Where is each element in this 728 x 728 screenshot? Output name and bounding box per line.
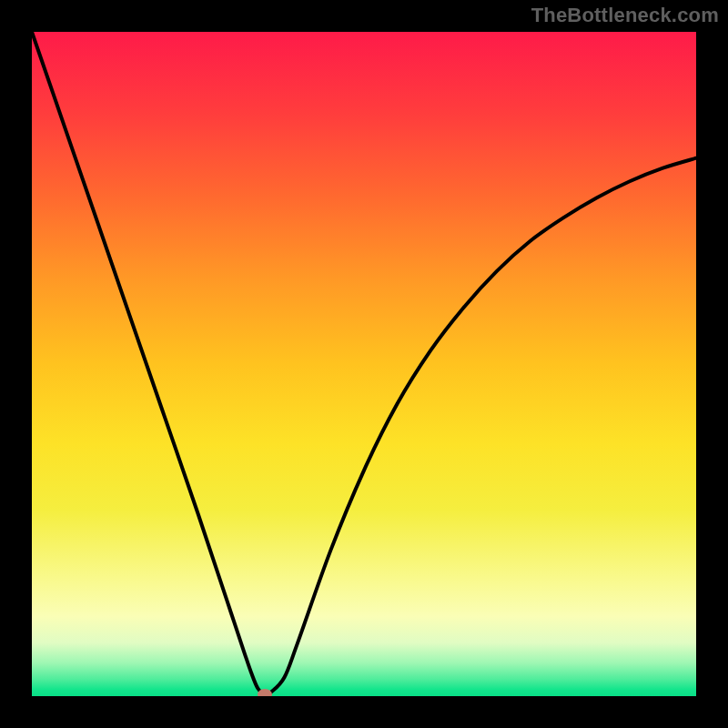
plot-area [32, 32, 696, 696]
chart-frame: TheBottleneck.com [0, 0, 728, 728]
watermark-text: TheBottleneck.com [531, 4, 719, 27]
bottleneck-curve [32, 32, 696, 696]
bottleneck-point-marker [258, 689, 272, 696]
